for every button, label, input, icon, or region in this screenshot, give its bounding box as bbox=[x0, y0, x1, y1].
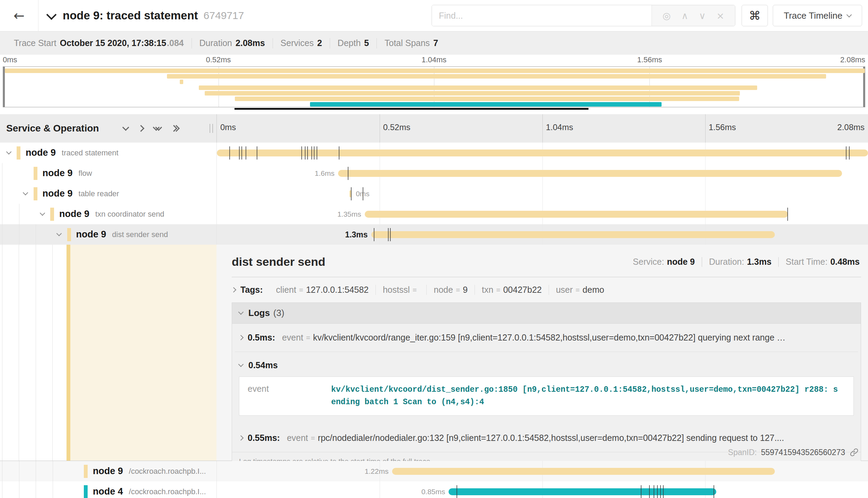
axis-gridline bbox=[542, 114, 543, 143]
span-row-node9-roachpb[interactable]: node 9 /cockroach.roachpb.I... 1.22ms bbox=[0, 461, 868, 481]
span-timeline-cell[interactable] bbox=[216, 143, 868, 163]
log-event-tick bbox=[849, 146, 850, 160]
span-timeline-cell[interactable]: 1.22ms bbox=[216, 461, 868, 481]
expand-one-icon[interactable] bbox=[139, 126, 143, 131]
trace-start: Trace Start October 15 2020, 17:38:15.08… bbox=[6, 38, 192, 48]
log-event-tick bbox=[239, 146, 240, 160]
minimap-span-bar bbox=[310, 102, 662, 107]
prev-result-icon[interactable]: ∧ bbox=[681, 10, 688, 21]
span-detail-section: dist sender send Service: node 9 Duratio… bbox=[0, 245, 868, 461]
next-result-icon[interactable]: ∨ bbox=[699, 10, 706, 21]
trace-total-spans: Total Spans 7 bbox=[377, 38, 446, 48]
span-row-table-reader[interactable]: node 9 table reader 0ms bbox=[0, 183, 868, 204]
tag-txn: txn=00427b22 bbox=[475, 285, 549, 295]
log-event-tick bbox=[457, 485, 457, 498]
span-bar[interactable] bbox=[392, 468, 775, 475]
log-entry-toggle[interactable]: 0.54ms bbox=[239, 358, 854, 377]
span-name-cell[interactable]: node 9 txn coordinator send bbox=[0, 204, 216, 224]
span-row-flow[interactable]: node 9 flow 1.6ms bbox=[0, 163, 868, 183]
timeline-scroll-indicator[interactable] bbox=[234, 108, 588, 110]
tag-node: node=9 bbox=[427, 285, 475, 295]
keyboard-shortcuts-button[interactable]: ⌘ bbox=[742, 5, 768, 26]
tag-hostssl: hostssl= bbox=[376, 285, 427, 295]
clear-search-icon[interactable]: × bbox=[716, 10, 724, 21]
span-name-cell[interactable]: node 9 dist sender send bbox=[0, 224, 216, 245]
log-event-tick bbox=[305, 146, 305, 160]
find-input[interactable] bbox=[432, 5, 652, 26]
span-duration-label: 1.6ms bbox=[315, 169, 335, 178]
indent-guide bbox=[36, 481, 36, 498]
expand-all-icon[interactable] bbox=[171, 126, 179, 131]
span-timeline-cell[interactable]: 0.85ms bbox=[216, 481, 868, 498]
span-name-cell[interactable]: node 9 flow bbox=[0, 163, 216, 183]
log-entry-collapsed[interactable]: 0.5ms: event = kv/kvclient/kvcoord/range… bbox=[232, 324, 861, 352]
span-detail-indent-column bbox=[0, 245, 216, 461]
span-timeline-cell[interactable]: 0ms bbox=[216, 183, 868, 204]
axis-gridline bbox=[705, 114, 706, 143]
tag-user: user=demo bbox=[549, 285, 611, 295]
span-rows-bottom: node 9 /cockroach.roachpb.I... 1.22ms no… bbox=[0, 461, 868, 498]
column-resizer-handle[interactable] bbox=[210, 124, 213, 133]
span-bar[interactable] bbox=[365, 211, 788, 218]
log-event-tick bbox=[301, 146, 302, 160]
back-button[interactable]: ← bbox=[0, 0, 38, 31]
span-timeline-cell[interactable]: 1.35ms bbox=[216, 204, 868, 224]
collapse-all-icon[interactable] bbox=[154, 126, 161, 131]
span-duration-label: 1.22ms bbox=[365, 467, 389, 476]
locate-icon[interactable]: ◎ bbox=[663, 10, 671, 21]
log-event-tick bbox=[657, 485, 658, 498]
span-row-dist-sender-send[interactable]: node 9 dist sender send 1.3ms bbox=[0, 224, 868, 245]
span-detail-header: dist sender send Service: node 9 Duratio… bbox=[232, 245, 861, 277]
chevron-right-icon bbox=[238, 335, 244, 341]
span-bar[interactable] bbox=[338, 170, 842, 177]
span-bar[interactable] bbox=[449, 488, 716, 495]
indent-guide bbox=[2, 163, 2, 183]
span-name-cell[interactable]: node 9 traced statement bbox=[0, 143, 216, 163]
logs-header[interactable]: Logs (3) bbox=[232, 303, 861, 324]
find-box: ◎ ∧ ∨ × bbox=[432, 5, 735, 26]
span-row-txn-coordinator-send[interactable]: node 9 txn coordinator send 1.35ms bbox=[0, 204, 868, 224]
indent-guide bbox=[53, 481, 53, 498]
span-row-traced-statement[interactable]: node 9 traced statement bbox=[0, 143, 868, 163]
indent-guide bbox=[19, 204, 19, 224]
collapse-trace-chevron-icon[interactable] bbox=[46, 9, 57, 20]
tags-row[interactable]: Tags: client=127.0.0.1:54582 hostssl= no… bbox=[232, 277, 861, 301]
span-name-cell[interactable]: node 9 table reader bbox=[0, 183, 216, 204]
link-icon[interactable] bbox=[849, 447, 859, 457]
indent-guide bbox=[36, 224, 36, 245]
trace-viewer: ← node 9: traced statement 6749717 ◎ ∧ ∨… bbox=[0, 0, 868, 498]
view-select-button[interactable]: Trace Timeline bbox=[773, 5, 862, 26]
span-timeline-cell[interactable]: 1.6ms bbox=[216, 163, 868, 183]
log-event-tick bbox=[351, 187, 352, 200]
log-event-tick bbox=[363, 187, 363, 200]
span-name-cell[interactable]: node 9 /cockroach.roachpb.I... bbox=[0, 461, 216, 481]
span-name-cell[interactable]: node 4 /cockroach.roachpb.I... bbox=[0, 481, 216, 498]
span-toggle[interactable] bbox=[20, 192, 31, 196]
indent-guide bbox=[2, 183, 2, 204]
span-row-node4-roachpb[interactable]: node 4 /cockroach.roachpb.I... 0.85ms bbox=[0, 481, 868, 498]
span-timeline-cell[interactable]: 1.3ms bbox=[216, 224, 868, 245]
view-select-label: Trace Timeline bbox=[784, 10, 843, 21]
log-event-tick bbox=[714, 485, 714, 498]
log-event-tick bbox=[654, 485, 654, 498]
span-detail-meta: Service: node 9 Duration: 1.3ms Start Ti… bbox=[633, 257, 860, 267]
span-color-accent bbox=[17, 146, 20, 160]
span-bar[interactable] bbox=[371, 231, 775, 238]
trace-minimap[interactable] bbox=[3, 66, 865, 107]
indent-guide bbox=[2, 481, 2, 498]
top-bar: ← node 9: traced statement 6749717 ◎ ∧ ∨… bbox=[0, 0, 868, 31]
minimap-span-bar bbox=[205, 91, 740, 96]
minimap-bars bbox=[3, 67, 865, 107]
minimap-span-bar bbox=[5, 69, 865, 73]
span-rows: node 9 traced statement node 9 flow 1.6m… bbox=[0, 143, 868, 245]
span-color-accent bbox=[34, 167, 37, 180]
indent-guide bbox=[2, 204, 2, 224]
span-toggle[interactable] bbox=[54, 233, 64, 236]
minimap-span-bar bbox=[167, 74, 826, 79]
span-color-accent bbox=[67, 228, 71, 241]
collapse-one-icon[interactable] bbox=[123, 126, 128, 131]
log-fields-table: event kv/kvclient/kvcoord/dist_sender.go… bbox=[239, 377, 854, 416]
span-toggle[interactable] bbox=[37, 212, 47, 216]
span-toggle[interactable] bbox=[3, 151, 14, 155]
span-accent-fill bbox=[70, 245, 216, 461]
